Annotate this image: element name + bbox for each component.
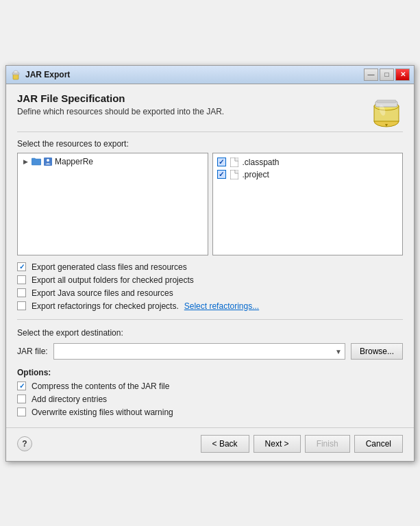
export-opt-0-label: Export generated class files and resourc… <box>32 262 187 272</box>
svg-rect-12 <box>235 158 238 161</box>
svg-point-10 <box>47 159 49 162</box>
files-panel[interactable]: .classpath .project <box>212 153 404 255</box>
jar-file-label: JAR file: <box>17 347 48 356</box>
option-c-checkbox[interactable] <box>17 408 26 416</box>
header-area: JAR File Specification Define which reso… <box>17 92 403 132</box>
options-item-row-1: Add directory entries <box>17 394 403 404</box>
back-button[interactable]: < Back <box>201 435 249 453</box>
footer-buttons: < Back Next > Finish Cancel <box>201 435 403 453</box>
resources-section: Select the resources to export: ▶ <box>17 139 403 255</box>
select-refactorings-link[interactable]: Select refactorings... <box>184 301 259 311</box>
file-item-classpath[interactable]: .classpath <box>216 156 400 168</box>
options-label: Options: <box>17 368 403 377</box>
option-b-checkbox[interactable] <box>17 394 26 403</box>
classpath-label: .classpath <box>243 158 280 167</box>
cancel-button[interactable]: Cancel <box>354 435 403 453</box>
export-opt-1-label: Export all output folders for checked pr… <box>32 275 194 285</box>
jar-row: JAR file: ▼ Browse... <box>17 343 403 360</box>
option-c-label: Overwrite existing files without warning <box>32 408 173 417</box>
dropdown-arrow-icon: ▼ <box>335 347 342 355</box>
export-opt-row-0: Export generated class files and resourc… <box>17 262 403 272</box>
classpath-checkbox[interactable] <box>217 158 226 166</box>
tree-item-label: MapperRe <box>55 157 93 166</box>
tree-item-mapperRe[interactable]: ▶ MapperRe <box>21 156 205 167</box>
browse-button[interactable]: Browse... <box>351 343 403 360</box>
export-opt-2-checkbox[interactable] <box>17 288 26 297</box>
footer: ? < Back Next > Finish Cancel <box>6 427 414 461</box>
title-bar-buttons: — □ ✕ <box>364 68 410 81</box>
resources-panels: ▶ MapperRe <box>17 153 403 255</box>
svg-rect-14 <box>235 170 238 173</box>
export-opt-3-label: Export refactorings for checked projects… <box>32 301 179 311</box>
jar-file-dropdown[interactable]: ▼ <box>53 343 345 360</box>
jar-title-icon <box>10 69 21 80</box>
close-button[interactable]: ✕ <box>395 68 410 81</box>
page-title: JAR File Specification <box>17 92 403 104</box>
options-item-row-2: Overwrite existing files without warning <box>17 408 403 417</box>
dialog-title: JAR Export <box>25 70 70 79</box>
export-opt-3-checkbox[interactable] <box>17 301 26 310</box>
export-opt-1-checkbox[interactable] <box>17 275 26 284</box>
export-opt-row-3: Export refactorings for checked projects… <box>17 301 403 311</box>
dialog-body: JAR File Specification Define which reso… <box>6 84 414 427</box>
svg-rect-6 <box>377 100 396 103</box>
file-item-project[interactable]: .project <box>216 168 400 181</box>
option-a-label: Compress the contents of the JAR file <box>32 381 169 391</box>
resources-label: Select the resources to export: <box>17 139 403 149</box>
project-icon <box>44 158 52 166</box>
title-bar: JAR Export — □ ✕ <box>6 66 414 84</box>
export-options-section: Export generated class files and resourc… <box>17 262 403 311</box>
jar-export-dialog: JAR Export — □ ✕ JAR File Specification … <box>5 65 415 462</box>
export-opt-row-1: Export all output folders for checked pr… <box>17 275 403 285</box>
finish-button[interactable]: Finish <box>305 435 350 453</box>
help-button[interactable]: ? <box>17 436 32 451</box>
export-opt-row-2: Export Java source files and resources <box>17 288 403 298</box>
destination-section: Select the export destination: JAR file:… <box>17 328 403 360</box>
divider-1 <box>17 319 403 320</box>
project-label: .project <box>243 170 269 179</box>
destination-label: Select the export destination: <box>17 328 403 338</box>
tree-arrow-icon: ▶ <box>22 158 29 165</box>
classpath-file-icon <box>230 158 238 167</box>
page-subtitle: Define which resources should be exporte… <box>17 107 403 116</box>
options-section: Options: Compress the contents of the JA… <box>17 368 403 417</box>
project-checkbox[interactable] <box>217 170 226 179</box>
maximize-button[interactable]: □ <box>380 68 394 81</box>
folder-icon <box>32 158 41 166</box>
svg-rect-1 <box>12 73 19 75</box>
title-bar-left: JAR Export <box>10 69 70 80</box>
next-button[interactable]: Next > <box>254 435 301 453</box>
option-b-label: Add directory entries <box>32 394 107 404</box>
export-opt-0-checkbox[interactable] <box>17 262 26 271</box>
footer-left: ? <box>17 436 32 451</box>
jar-icon-large <box>370 92 403 130</box>
minimize-button[interactable]: — <box>364 68 378 81</box>
tree-panel[interactable]: ▶ MapperRe <box>17 153 208 255</box>
option-a-checkbox[interactable] <box>17 381 26 390</box>
export-opt-2-label: Export Java source files and resources <box>32 288 173 298</box>
options-item-row-0: Compress the contents of the JAR file <box>17 381 403 391</box>
project-file-icon <box>230 170 238 179</box>
